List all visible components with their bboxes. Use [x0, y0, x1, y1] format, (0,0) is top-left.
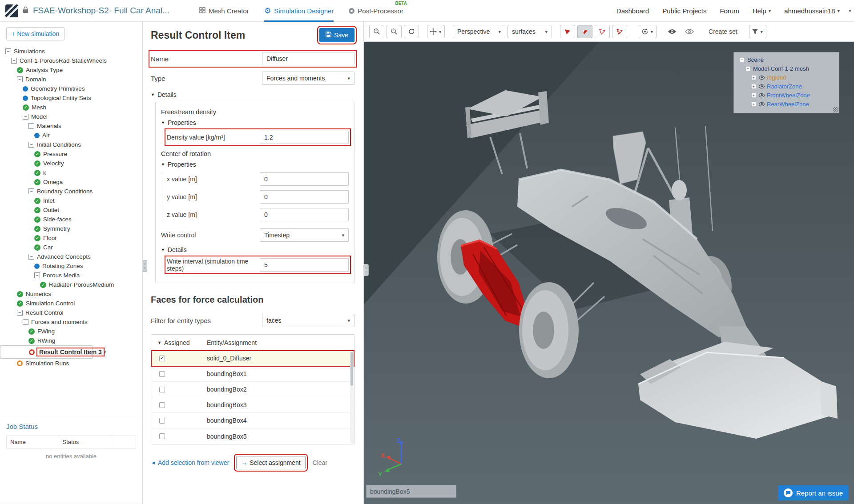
tree-item[interactable]: Advanced Concepts	[0, 252, 142, 261]
scene-tree-item[interactable]: FrontWheelZone	[737, 91, 836, 100]
assigned-collapse-icon[interactable]: ▼	[157, 340, 161, 345]
tree-item[interactable]: Car	[0, 243, 142, 252]
y-value-input[interactable]	[260, 190, 349, 204]
zoom-in-button[interactable]	[369, 25, 384, 38]
tree-expander-icon[interactable]	[751, 92, 757, 98]
scene-tree-item[interactable]: RearWheelZone	[737, 100, 836, 108]
viewer-collapse-handle[interactable]	[364, 264, 369, 276]
clip-cone-button-2[interactable]	[577, 25, 592, 38]
topbar-link[interactable]: Public Projects ▾	[662, 7, 706, 15]
visibility-eye-icon[interactable]	[759, 93, 765, 97]
density-input[interactable]	[260, 131, 349, 144]
tab-simulation-designer[interactable]: ⚙ Simulation Designer	[264, 0, 334, 22]
tree-item[interactable]: Initial Conditions	[0, 140, 142, 149]
tree-item[interactable]: Pressure	[0, 149, 142, 159]
tree-item[interactable]: Result Control	[0, 308, 142, 317]
topbar-link[interactable]: Help ▾	[753, 7, 771, 15]
tree-item[interactable]: Topological Entity Sets	[0, 93, 142, 103]
tree-item[interactable]: Symmetry	[0, 224, 142, 233]
visibility-eye-icon[interactable]	[759, 76, 765, 80]
filter-dropdown-caret[interactable]: ▾	[760, 29, 764, 34]
write-details-toggle[interactable]: ▼ Details	[161, 246, 349, 253]
panel-collapse-handle[interactable]	[143, 260, 147, 272]
tree-item[interactable]: Floor	[0, 233, 142, 243]
tree-item[interactable]: Side-faces	[0, 215, 142, 224]
tree-item[interactable]: Rotating Zones	[0, 261, 142, 271]
tree-item[interactable]: Inlet	[0, 196, 142, 205]
tree-item[interactable]: Materials	[0, 121, 142, 131]
tree-expander-icon[interactable]	[751, 101, 757, 107]
write-control-select[interactable]: Timestep	[260, 228, 349, 242]
type-select[interactable]: Forces and moments	[262, 72, 354, 85]
clip-cone-button-4[interactable]	[612, 25, 627, 38]
tree-item[interactable]: Simulations	[0, 47, 142, 56]
topbar-link[interactable]: ahmedhussain18 ▾	[784, 7, 840, 15]
assignment-row[interactable]: boundingBox5	[151, 428, 354, 444]
topbar-overflow-caret-icon[interactable]: ▾	[846, 8, 854, 14]
freestream-properties-toggle[interactable]: ▼ Properties	[161, 119, 349, 126]
hide-selection-button[interactable]	[665, 25, 680, 38]
tree-expander-icon[interactable]	[745, 66, 751, 71]
tree-item[interactable]: Analysis Type	[0, 65, 142, 75]
write-interval-input[interactable]	[260, 258, 349, 272]
assignment-row[interactable]: boundingBox1	[151, 366, 354, 382]
tree-item[interactable]: Geometry Primitives	[0, 84, 142, 93]
tree-item[interactable]: Outlet	[0, 205, 142, 215]
rotate-view-button[interactable]: ▾	[639, 25, 657, 38]
assignment-checkbox[interactable]	[159, 371, 165, 377]
tree-item[interactable]: Porous Media	[0, 271, 142, 280]
tree-item[interactable]: RWing	[0, 336, 142, 345]
visibility-eye-icon[interactable]	[759, 84, 765, 88]
z-value-input[interactable]	[260, 208, 349, 221]
assignment-row[interactable]: boundingBox2	[151, 382, 354, 397]
assignment-checkbox[interactable]	[159, 356, 165, 361]
render-mode-select[interactable]: surfaces	[508, 25, 552, 38]
tree-item[interactable]: Forces and moments	[0, 317, 142, 327]
create-set-button[interactable]: Create set	[709, 28, 737, 35]
scene-tree-item[interactable]: Model-Conf-1-2 mesh	[737, 64, 836, 73]
tree-item[interactable]: Result Control Item 3	[0, 345, 93, 359]
simscale-logo[interactable]	[5, 4, 18, 17]
x-value-input[interactable]	[260, 172, 349, 186]
selection-name-input[interactable]	[366, 485, 456, 498]
overlay-resize-handle[interactable]	[833, 107, 838, 112]
show-all-button[interactable]	[682, 25, 697, 38]
scene-tree-item[interactable]: RadiatorZone	[737, 82, 836, 91]
visibility-eye-icon[interactable]	[759, 102, 765, 106]
tree-item[interactable]: Radiator-PorousMedium	[0, 280, 142, 289]
scene-tree-item[interactable]: region0	[737, 73, 836, 82]
clip-cone-button-3[interactable]	[595, 25, 610, 38]
scene-tree-item[interactable]: Scene	[737, 55, 836, 64]
assignment-checkbox[interactable]	[159, 433, 165, 439]
project-title[interactable]: FSAE-Workshop-S2- Full Car Anal...	[33, 6, 169, 16]
rotation-properties-toggle[interactable]: ▼ Properties	[161, 161, 349, 168]
report-issue-button[interactable]: Report an issue	[778, 485, 849, 500]
clip-c one-button-1[interactable]	[560, 25, 575, 38]
name-input[interactable]	[262, 52, 354, 65]
assignment-row[interactable]: solid_0_Diffuser	[151, 351, 354, 366]
topbar-link[interactable]: Forum ▾	[720, 7, 739, 15]
assignment-checkbox[interactable]	[159, 418, 165, 424]
entity-filter-select[interactable]: faces	[262, 314, 354, 327]
pan-dropdown-caret[interactable]: ▾	[438, 29, 442, 34]
viewport-3d[interactable]: Scene Model-Conf-1-2 mesh	[364, 42, 854, 504]
reset-view-button[interactable]	[404, 25, 419, 38]
tree-item[interactable]: Air	[0, 131, 142, 140]
assignment-checkbox[interactable]	[159, 402, 165, 408]
new-simulation-button[interactable]: +New simulation	[6, 27, 64, 40]
tree-item[interactable]: FWing	[0, 327, 142, 336]
save-button[interactable]: Save	[319, 28, 354, 42]
details-toggle[interactable]: ▼ Details	[151, 91, 354, 98]
projection-select[interactable]: Perspective	[453, 25, 505, 38]
tree-expander-icon[interactable]	[751, 75, 757, 80]
tab-mesh-creator[interactable]: Mesh Creator	[199, 0, 249, 22]
assignment-table-scrollbar[interactable]	[350, 351, 354, 444]
tree-item[interactable]: Omega	[0, 177, 142, 187]
tree-item[interactable]: Simulation Control	[0, 299, 142, 308]
tab-post-processor[interactable]: BETA Post-Processor	[349, 0, 403, 22]
rotate-dropdown-caret[interactable]: ▾	[650, 29, 654, 34]
tree-item[interactable]: Velocity	[0, 159, 142, 168]
tree-item[interactable]: Conf-1-PorousRad-StaticWheels	[0, 56, 142, 65]
filter-button[interactable]: ▾	[749, 25, 766, 38]
assignment-row[interactable]: boundingBox3	[151, 397, 354, 413]
